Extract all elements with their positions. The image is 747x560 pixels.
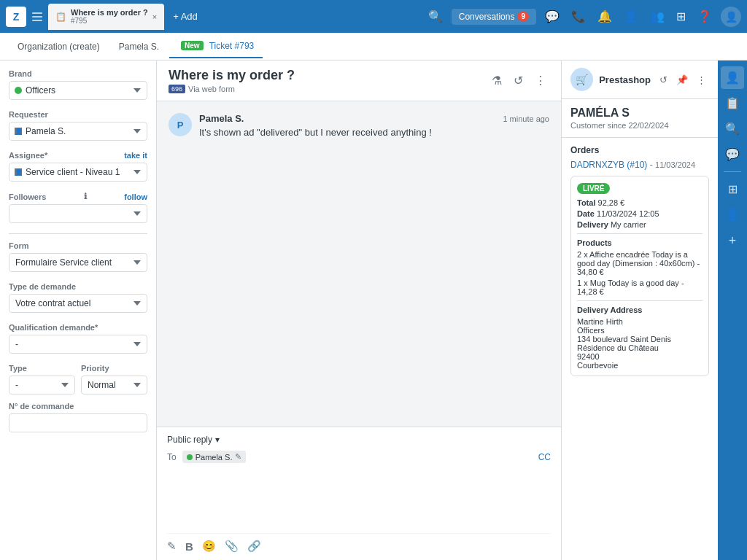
reply-textarea-area — [167, 469, 551, 527]
history-btn[interactable]: ↺ — [511, 71, 526, 90]
message-body: Pamela S. 1 minute ago It's shown ad "de… — [199, 113, 549, 138]
reply-type-selector: Public reply ▾ — [167, 435, 551, 445]
type-demande-select[interactable]: Votre contrat actuel — [9, 294, 147, 313]
order-id[interactable]: DADRNXZYB (#10) — [570, 160, 647, 170]
delivery-name: Martine Hirth — [577, 317, 703, 326]
more-sidebar-btn[interactable]: ⋮ — [694, 71, 709, 88]
type-select[interactable]: - — [9, 376, 75, 394]
products-title: Products — [577, 238, 703, 247]
brand-select[interactable]: Officers — [9, 81, 147, 100]
link-icon[interactable]: 🔗 — [247, 540, 261, 553]
reply-type-chevron: ▾ — [215, 435, 220, 445]
attach-icon[interactable]: 📎 — [225, 540, 239, 553]
cc-btn[interactable]: CC — [538, 452, 551, 462]
emoji-icon[interactable]: 😊 — [202, 540, 216, 553]
pin-btn[interactable]: 📌 — [673, 71, 691, 88]
format-icon[interactable]: ✎ — [167, 540, 177, 553]
reply-textarea[interactable] — [167, 469, 551, 513]
form-label: Form — [9, 241, 147, 250]
order-card: LIVRÉ Total 92,28 € Date 11/03/2024 12:0… — [570, 176, 709, 376]
commande-section: N° de commande — [9, 402, 147, 432]
assignee-select[interactable]: Service client - Niveau 1 — [9, 163, 147, 182]
brand-select-wrapper: Officers — [9, 81, 147, 100]
reply-type-label: Public reply — [167, 435, 212, 445]
followers-section: Followers ℹ follow — [9, 192, 147, 223]
rail-add-icon[interactable]: + — [724, 229, 741, 253]
reply-type-btn[interactable]: Public reply ▾ — [167, 435, 220, 445]
rail-profile-icon[interactable]: 👤 — [721, 66, 744, 89]
message-sender: Pamela S. — [199, 113, 244, 124]
apps-nav-btn[interactable]: ⊞ — [673, 7, 689, 26]
priority-label: Priority — [81, 364, 147, 373]
sub-tab-ticket[interactable]: New Ticket #793 — [169, 35, 263, 58]
delivery-address-title: Delivery Address — [577, 306, 703, 314]
filter-btn[interactable]: ⚗ — [489, 71, 505, 90]
qualification-select[interactable]: - — [9, 335, 147, 354]
rail-list-icon[interactable]: 📋 — [721, 92, 744, 114]
brand-section: Brand Officers — [9, 69, 147, 100]
followers-info-icon: ℹ — [84, 192, 87, 201]
message-item: P Pamela S. 1 minute ago It's shown ad "… — [169, 113, 549, 138]
tab-ticket-info: Where is my order ? #795 — [71, 8, 148, 25]
commande-input[interactable] — [9, 413, 147, 432]
middle-content: Where is my order ? 696 Via web form ⚗ ↺… — [157, 61, 561, 560]
order-total-row: Total 92,28 € — [577, 198, 703, 207]
to-recipient-badge: Pamela S. ✎ — [182, 451, 247, 463]
search-nav-btn[interactable]: 🔍 — [425, 7, 446, 26]
priority-select[interactable]: Normal — [81, 376, 147, 394]
user-nav-btn[interactable]: 👤 — [621, 7, 641, 26]
requester-label: Requester — [9, 110, 147, 119]
main-layout: Brand Officers Requester 👤 Pamela S. Ass… — [0, 61, 747, 560]
brand-label: Brand — [9, 69, 147, 78]
take-it-link[interactable]: take it — [124, 151, 147, 160]
more-btn[interactable]: ⋮ — [532, 71, 549, 90]
content-area: Where is my order ? 696 Via web form ⚗ ↺… — [157, 61, 747, 560]
chat-nav-btn[interactable]: 💬 — [542, 7, 562, 26]
message-avatar: P — [169, 113, 192, 136]
reply-toolbar: ✎ B 😊 📎 🔗 — [167, 533, 551, 553]
assignee-select-wrapper: 👤 Service client - Niveau 1 — [9, 163, 147, 182]
product-item-1: 2 x Affiche encadrée Today is a good day… — [577, 250, 703, 276]
sub-tab-pamela[interactable]: Pamela S. — [110, 36, 168, 58]
tab-title: Where is my order ? — [71, 8, 148, 17]
bold-icon[interactable]: B — [185, 540, 193, 553]
sub-tab-org[interactable]: Organization (create) — [9, 36, 109, 58]
refresh-btn[interactable]: ↺ — [657, 71, 670, 88]
reply-to-row: To Pamela S. ✎ CC — [167, 451, 551, 463]
form-select[interactable]: Formulaire Service client — [9, 253, 147, 272]
app-logo: Z — [6, 7, 26, 27]
active-ticket-tab[interactable]: 📋 Where is my order ? #795 × — [48, 4, 164, 30]
order-divider — [577, 233, 703, 234]
delivery-zip: 92400 — [577, 352, 703, 361]
add-tab-btn[interactable]: + Add — [167, 8, 204, 25]
followers-select[interactable] — [9, 204, 147, 223]
rail-grid-icon[interactable]: ⊞ — [724, 178, 742, 201]
rail-separator — [724, 171, 741, 172]
left-sidebar: Brand Officers Requester 👤 Pamela S. Ass… — [0, 61, 157, 560]
bell-nav-btn[interactable]: 🔔 — [595, 7, 615, 26]
message-header: Pamela S. 1 minute ago — [199, 113, 549, 124]
brand-color-dot — [15, 87, 22, 94]
conversations-btn[interactable]: Conversations 9 — [452, 9, 536, 25]
rail-chat-icon[interactable]: 💬 — [721, 143, 744, 166]
right-header-actions: ↺ 📌 ⋮ — [657, 71, 709, 88]
help-nav-btn[interactable]: ❓ — [694, 7, 715, 26]
assignee-label: Assignee* take it — [9, 151, 147, 160]
users-nav-btn[interactable]: 👥 — [647, 7, 667, 26]
order-date-row: Date 11/03/2024 12:05 — [577, 209, 703, 218]
messages-area: P Pamela S. 1 minute ago It's shown ad "… — [157, 101, 561, 427]
source-label: Via web form — [188, 85, 235, 93]
edit-recipient-icon[interactable]: ✎ — [235, 452, 241, 462]
tab-close-btn[interactable]: × — [152, 12, 157, 21]
rail-search-icon[interactable]: 🔍 — [721, 117, 744, 140]
profile-nav-btn[interactable]: 👤 — [721, 7, 741, 27]
delivery-company: Officers — [577, 326, 703, 335]
rail-user2-icon[interactable]: 👤 — [721, 203, 744, 226]
follow-btn[interactable]: follow — [124, 192, 147, 201]
requester-select[interactable]: Pamela S. — [9, 122, 147, 141]
shop-name: Prestashop — [599, 74, 651, 85]
message-time: 1 minute ago — [503, 114, 549, 123]
phone-nav-btn[interactable]: 📞 — [568, 7, 589, 26]
followers-label: Followers ℹ follow — [9, 192, 147, 201]
form-section: Form Formulaire Service client — [9, 241, 147, 272]
